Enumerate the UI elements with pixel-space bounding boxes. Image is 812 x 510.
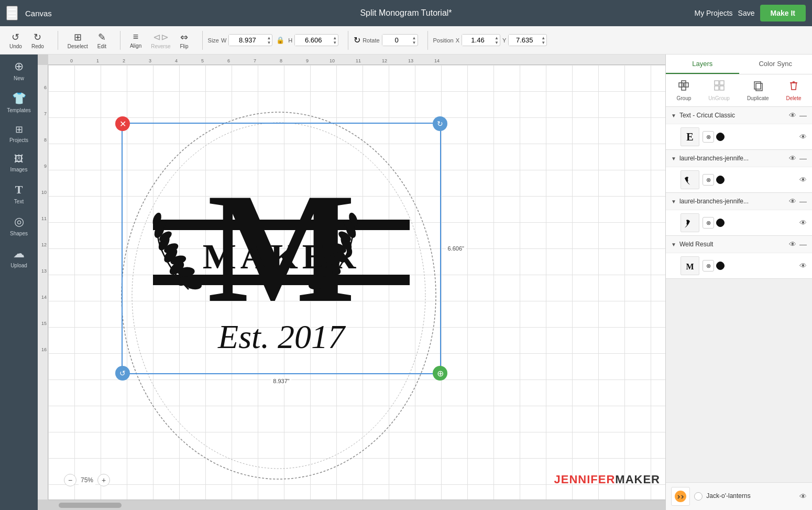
zoom-out-button[interactable]: − xyxy=(64,474,76,486)
layer-icons-2: ⊗ xyxy=(703,174,796,186)
rotate-up[interactable]: ▲ xyxy=(411,36,418,40)
width-down[interactable]: ▼ xyxy=(266,40,272,45)
more-options-4[interactable]: — xyxy=(799,240,807,248)
move-handle[interactable]: ⊕ xyxy=(433,366,447,381)
layer-eye-1[interactable]: 👁 xyxy=(799,133,807,141)
undo-button[interactable]: ↺ Undo xyxy=(5,29,26,51)
layer-eye-3[interactable]: 👁 xyxy=(799,219,807,227)
height-up[interactable]: ▲ xyxy=(332,36,338,40)
expand-arrow-2: ▼ xyxy=(671,156,676,161)
flip-button[interactable]: ⇔ Flip xyxy=(175,29,192,51)
delete-handle[interactable]: ✕ xyxy=(115,116,130,131)
deselect-button[interactable]: ⊞ Deselect xyxy=(63,29,92,51)
layer-color-2 xyxy=(716,176,725,184)
redo-button[interactable]: ↻ Redo xyxy=(27,29,48,51)
my-projects-button[interactable]: My Projects xyxy=(694,9,732,17)
sidebar-item-shapes[interactable]: ◎ Shapes xyxy=(0,210,38,242)
visibility-toggle-2[interactable]: 👁 xyxy=(789,154,796,162)
layer-thumb-4: M xyxy=(681,256,699,275)
images-icon: 🖼 xyxy=(14,154,24,165)
rotate-handle-tr[interactable]: ↻ xyxy=(433,116,447,131)
reverse-button[interactable]: ⊲⊳ Reverse xyxy=(147,29,174,51)
duplicate-icon xyxy=(752,80,764,94)
sidebar-item-projects[interactable]: ⊞ Projects xyxy=(0,118,38,148)
expand-arrow-1: ▼ xyxy=(671,113,676,118)
panel-actions: Group UnGroup xyxy=(666,74,812,107)
zoom-in-button[interactable]: + xyxy=(97,474,110,486)
x-up[interactable]: ▲ xyxy=(493,36,500,40)
tab-layers[interactable]: Layers xyxy=(666,55,739,74)
divider-2 xyxy=(120,31,120,50)
duplicate-button[interactable]: Duplicate xyxy=(743,78,773,103)
visibility-toggle-1[interactable]: 👁 xyxy=(789,111,796,120)
layer-eye-2[interactable]: 👁 xyxy=(799,176,807,184)
layer-header-laurel-2[interactable]: ▼ laurel-branches-jennife... 👁 — xyxy=(666,193,812,210)
layer-thumb-3 xyxy=(681,213,699,232)
rotate-label: Rotate xyxy=(363,37,379,44)
x-spinners: ▲ ▼ xyxy=(493,36,500,45)
layer-header-weld[interactable]: ▼ Weld Result 👁 — xyxy=(666,236,812,253)
layer-header-laurel-1[interactable]: ▼ laurel-branches-jennife... 👁 — xyxy=(666,150,812,167)
rotate-handle-bl[interactable]: ↺ xyxy=(115,366,130,381)
make-it-button[interactable]: Make It xyxy=(760,5,806,21)
redo-icon: ↻ xyxy=(34,31,41,43)
menu-button[interactable]: ☰ xyxy=(6,6,18,20)
sidebar-item-templates[interactable]: 👕 Templates xyxy=(0,86,38,118)
monogram-svg: M MAKER Est. 2017 xyxy=(122,123,441,374)
sidebar-item-text[interactable]: T Text xyxy=(0,178,38,210)
sidebar-item-upload[interactable]: ☁ Upload xyxy=(0,242,38,274)
height-label: H xyxy=(288,37,292,44)
layer-content-laurel-2: ⊗ 👁 xyxy=(666,210,812,235)
delete-button[interactable]: Delete xyxy=(782,78,806,103)
x-down[interactable]: ▼ xyxy=(493,40,500,45)
more-options-2[interactable]: — xyxy=(799,154,807,162)
canvas-background[interactable]: M MAKER Est. 2017 xyxy=(48,65,665,500)
svg-rect-34 xyxy=(715,81,719,85)
save-button[interactable]: Save xyxy=(738,9,755,17)
group-button[interactable]: Group xyxy=(673,78,696,103)
visibility-toggle-4[interactable]: 👁 xyxy=(789,240,796,248)
layer-header-text-cricut[interactable]: ▼ Text - Cricut Classic 👁 — xyxy=(666,107,812,124)
y-input-wrap: ▲ ▼ xyxy=(508,34,547,46)
x-input-wrap: ▲ ▼ xyxy=(462,34,500,46)
zoom-controls: − 75% + xyxy=(64,474,110,486)
height-input[interactable] xyxy=(295,35,332,46)
y-input[interactable] xyxy=(509,35,540,46)
sidebar-item-new[interactable]: ⊕ New xyxy=(0,55,38,86)
y-up[interactable]: ▲ xyxy=(540,36,546,40)
shapes-icon: ◎ xyxy=(14,215,24,229)
rotate-down[interactable]: ▼ xyxy=(411,40,418,45)
scroll-thumb[interactable] xyxy=(59,503,122,508)
edit-button[interactable]: ✎ Edit xyxy=(93,29,111,51)
more-options-3[interactable]: — xyxy=(799,197,807,205)
canvas-area[interactable]: 0 1 2 3 4 5 6 7 8 9 10 11 12 13 14 6 7 8… xyxy=(38,55,665,510)
rotate-input[interactable] xyxy=(382,35,411,46)
x-input[interactable] xyxy=(462,35,493,46)
horizontal-scrollbar[interactable] xyxy=(48,500,665,510)
height-input-wrap: ▲ ▼ xyxy=(294,34,338,46)
canvas-label: Canvas xyxy=(25,9,52,18)
ruler-horizontal: 0 1 2 3 4 5 6 7 8 9 10 11 12 13 14 xyxy=(48,55,665,65)
laurel-thumb-2 xyxy=(682,215,698,231)
ungroup-button[interactable]: UnGroup xyxy=(704,78,734,103)
width-up[interactable]: ▲ xyxy=(266,36,272,40)
layer-eye-4[interactable]: 👁 xyxy=(799,262,807,270)
layer-color-4 xyxy=(716,262,725,270)
toolbar: ↺ Undo ↻ Redo ⊞ Deselect ✎ Edit ≡ Align … xyxy=(0,26,812,55)
sidebar-item-images[interactable]: 🖼 Images xyxy=(0,148,38,178)
width-input[interactable] xyxy=(229,35,266,46)
deselect-icon: ⊞ xyxy=(74,31,82,43)
more-options-1[interactable]: — xyxy=(799,111,807,120)
svg-text:Est. 2017: Est. 2017 xyxy=(217,318,346,355)
visibility-toggle-3[interactable]: 👁 xyxy=(789,197,796,205)
align-button[interactable]: ≡ Align xyxy=(126,29,146,51)
new-icon: ⊕ xyxy=(14,60,24,73)
tab-color-sync[interactable]: Color Sync xyxy=(739,55,813,74)
layer-icons-1: ⊗ xyxy=(703,131,796,143)
y-down[interactable]: ▼ xyxy=(540,40,546,45)
layer-group-weld: ▼ Weld Result 👁 — M ⊗ 👁 xyxy=(666,236,812,279)
design-container[interactable]: M MAKER Est. 2017 xyxy=(95,107,462,484)
height-down[interactable]: ▼ xyxy=(332,40,338,45)
align-icon: ≡ xyxy=(133,31,139,42)
bottom-layer-eye[interactable]: 👁 xyxy=(799,492,807,501)
